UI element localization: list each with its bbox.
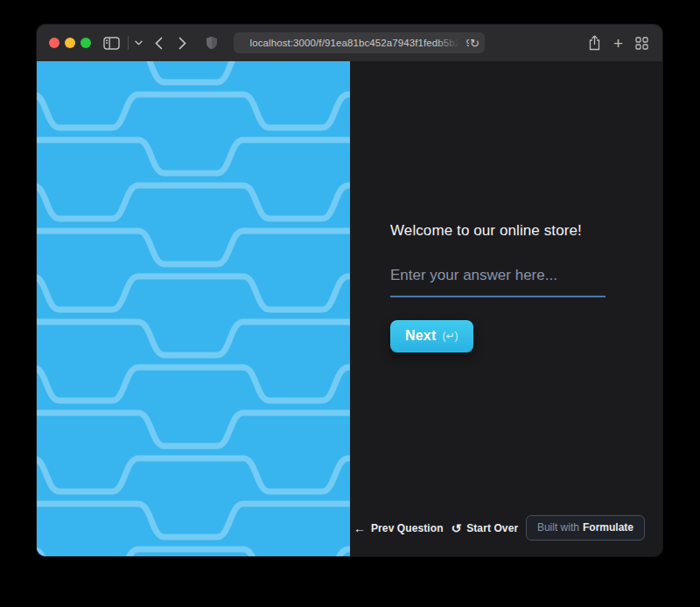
- enter-key-hint: (↵): [442, 330, 458, 342]
- close-window-button[interactable]: [49, 38, 60, 48]
- start-over-label: Start Over: [466, 522, 518, 534]
- restart-icon: ↺: [451, 522, 461, 534]
- chevron-down-icon[interactable]: [135, 40, 143, 45]
- decorative-wave-panel: [37, 61, 350, 556]
- reload-icon[interactable]: ↻: [470, 38, 480, 49]
- question-text: Welcome to our online store!: [390, 221, 607, 241]
- share-icon[interactable]: [588, 35, 601, 51]
- next-button[interactable]: Next (↵): [390, 320, 473, 352]
- wave-pattern-graphic: [37, 61, 350, 556]
- built-with-formulate-badge[interactable]: Built with Formulate: [526, 515, 645, 541]
- badge-prefix-text: Built with: [537, 521, 579, 534]
- minimize-window-button[interactable]: [65, 38, 75, 48]
- form-panel: Welcome to our online store! Next (↵) ← …: [350, 61, 662, 556]
- url-fade-overlay: [436, 32, 466, 53]
- privacy-shield-icon[interactable]: [206, 36, 218, 50]
- form-footer: ← Prev Question ↺ Start Over Built with …: [354, 515, 645, 541]
- prev-question-button[interactable]: ← Prev Question: [354, 522, 444, 534]
- prev-question-label: Prev Question: [371, 522, 444, 534]
- answer-input[interactable]: [390, 267, 606, 297]
- tab-overview-icon[interactable]: [635, 37, 648, 50]
- badge-brand-text: Formulate: [583, 521, 634, 534]
- traffic-lights: [49, 38, 91, 48]
- browser-window: localhost:3000/f/91ea81bc452a7943f1fedb5…: [37, 24, 662, 556]
- toolbar-divider: [128, 36, 129, 50]
- next-button-label: Next: [405, 328, 436, 344]
- zoom-window-button[interactable]: [80, 38, 91, 48]
- forward-button-icon[interactable]: [178, 37, 186, 50]
- back-button-icon[interactable]: [155, 37, 163, 50]
- start-over-button[interactable]: ↺ Start Over: [451, 522, 518, 534]
- address-bar[interactable]: localhost:3000/f/91ea81bc452a7943f1fedb5…: [234, 32, 485, 53]
- left-arrow-icon: ←: [354, 522, 366, 534]
- question-block: Welcome to our online store! Next (↵): [390, 221, 607, 352]
- browser-toolbar: localhost:3000/f/91ea81bc452a7943f1fedb5…: [37, 24, 662, 61]
- new-tab-icon[interactable]: +: [613, 35, 623, 52]
- sidebar-toggle-icon[interactable]: [103, 37, 120, 50]
